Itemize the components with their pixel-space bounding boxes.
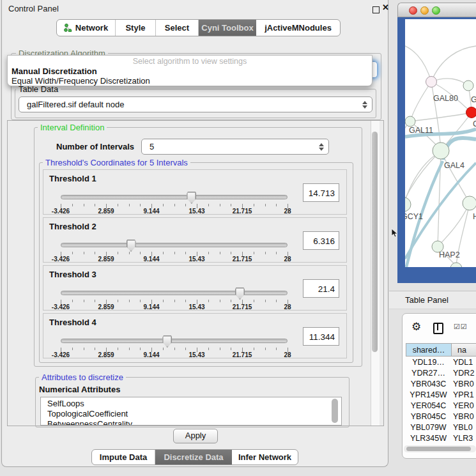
maximize-traffic-light[interactable] <box>432 6 440 15</box>
table-row[interactable]: YBL079WYBL0 <box>406 423 476 434</box>
cell-name[interactable]: YER0 <box>453 401 474 410</box>
minor-tick <box>129 252 130 254</box>
column-header-name[interactable]: na <box>451 343 476 357</box>
minor-tick <box>208 300 209 302</box>
attributes-list-scrollbar-thumb[interactable] <box>332 399 338 423</box>
threshold-2-slider-track[interactable] <box>61 243 288 247</box>
network-edge[interactable] <box>441 151 470 203</box>
node-gal4[interactable] <box>433 142 449 159</box>
threshold-3-slider-thumb[interactable] <box>235 288 245 300</box>
cell-shared-name[interactable]: YPR145W <box>406 390 451 399</box>
gear-icon[interactable]: ⚙ <box>411 320 421 334</box>
vertical-scrollbar-thumb[interactable] <box>372 132 378 352</box>
cell-name[interactable]: YDL1 <box>453 358 473 367</box>
network-window-titlebar[interactable] <box>397 3 476 17</box>
tick-label: -3.426 <box>52 256 70 263</box>
tab-style[interactable]: Style <box>116 20 156 36</box>
table-row[interactable]: YDL19…YDL1 <box>406 358 476 369</box>
node-top-right[interactable] <box>463 81 473 91</box>
cell-shared-name[interactable]: YDL19… <box>406 358 451 367</box>
tab-cyni-toolbox[interactable]: Cyni Toolbox <box>199 20 256 36</box>
apply-button[interactable]: Apply <box>173 429 218 443</box>
network-edge[interactable] <box>410 82 431 121</box>
num-intervals-select[interactable]: 5 <box>141 139 329 155</box>
cell-name[interactable]: YLR3 <box>453 434 473 443</box>
node-gal80[interactable] <box>426 77 437 88</box>
threshold-1-slider-track[interactable] <box>61 195 288 199</box>
float-window-icon[interactable] <box>372 6 380 13</box>
minor-tick <box>276 348 277 350</box>
window-title: Control Panel <box>8 4 59 13</box>
horizontal-scrollbar-thumb[interactable] <box>406 447 471 451</box>
table-data-select[interactable]: galFiltered.sif default node <box>19 96 372 112</box>
cell-shared-name[interactable]: YBL079W <box>406 423 451 432</box>
tick-label: 28 <box>284 351 291 358</box>
attributes-list[interactable]: SelfLoopsTopologicalCoefficientBetweenne… <box>40 397 342 426</box>
close-traffic-light[interactable] <box>409 6 417 15</box>
minor-tick <box>265 252 266 254</box>
minor-tick <box>118 300 118 302</box>
node-bottom[interactable] <box>450 263 462 267</box>
table-row[interactable]: YBR045CYBR0 <box>406 412 476 423</box>
node-red[interactable] <box>466 107 476 118</box>
threshold-4-slider-track[interactable] <box>61 339 288 343</box>
table-row[interactable]: YBR043CYBR0 <box>406 380 476 390</box>
dropdown-option-equal-width-frequency-discretization[interactable]: Equal Width/Frequency Discretization <box>8 76 372 86</box>
thresholds-group-label: Threshold's Coordinates for 5 Intervals <box>43 158 190 167</box>
close-icon[interactable]: ✕ <box>382 3 389 12</box>
cell-name[interactable]: YPR1 <box>453 390 474 399</box>
network-edge[interactable] <box>405 155 436 204</box>
network-canvas[interactable]: GAL80GACGAL11GAL4GCY1HHAP2 <box>405 19 476 267</box>
attribute-item-betweennesscentrality[interactable]: BetweennessCentrality <box>41 419 341 426</box>
threshold-4-value-field[interactable]: 11.344 <box>303 327 339 346</box>
cell-shared-name[interactable]: YDR27… <box>406 369 451 378</box>
select-columns-checkboxes-icon[interactable]: ☑☑ <box>454 323 468 331</box>
attribute-item-topologicalcoefficient[interactable]: TopologicalCoefficient <box>41 409 341 419</box>
minor-tick <box>84 300 84 302</box>
cell-name[interactable]: YBR0 <box>453 412 474 421</box>
threshold-2-slider-thumb[interactable] <box>127 240 136 252</box>
bottom-tab-impute-data[interactable]: Impute Data <box>92 450 155 464</box>
tick-label: 2.859 <box>98 208 114 215</box>
cell-shared-name[interactable]: YBR045C <box>406 412 451 421</box>
cell-shared-name[interactable]: YLR345W <box>406 434 451 443</box>
node-gal11[interactable] <box>405 116 415 127</box>
node-right[interactable] <box>463 196 476 210</box>
bottom-tab-infer-network[interactable]: Infer Network <box>232 450 298 464</box>
network-edge[interactable] <box>405 45 431 82</box>
bottom-tab-discretize-data[interactable]: Discretize Data <box>155 450 232 464</box>
table-row[interactable]: YLR345WYLR3 <box>406 434 476 445</box>
tab-network[interactable]: Network <box>57 20 116 36</box>
tick-label: -3.426 <box>52 351 70 358</box>
network-edge[interactable] <box>431 82 441 151</box>
threshold-3-slider-track[interactable] <box>61 291 288 295</box>
minor-tick <box>276 204 277 206</box>
minor-tick <box>129 204 130 206</box>
tab-jactivemnodules[interactable]: jActiveMNodules <box>256 20 340 36</box>
cell-name[interactable]: YDR2 <box>453 369 474 378</box>
cell-shared-name[interactable]: YER054C <box>406 401 451 410</box>
table-row[interactable]: YPR145WYPR1 <box>406 390 476 401</box>
minor-tick <box>72 348 73 350</box>
network-edge[interactable] <box>431 46 476 82</box>
table-row[interactable]: YER054CYER0 <box>406 401 476 412</box>
dropdown-option-manual-discretization[interactable]: Manual Discretization <box>8 66 372 76</box>
threshold-1-slider-thumb[interactable] <box>187 192 196 204</box>
network-edge[interactable] <box>410 112 472 121</box>
cell-name[interactable]: YBR0 <box>453 380 474 388</box>
tab-select[interactable]: Select <box>156 20 199 36</box>
cell-shared-name[interactable]: YBR043C <box>406 380 451 388</box>
cell-name[interactable]: YBL0 <box>453 423 473 432</box>
column-header-shared-name[interactable]: shared… <box>406 343 452 357</box>
threshold-1-value-field[interactable]: 14.713 <box>303 183 339 202</box>
node-gcy1[interactable] <box>405 197 411 211</box>
threshold-2-value-field[interactable]: 6.316 <box>303 231 339 250</box>
threshold-3-value-field[interactable]: 21.4 <box>303 279 339 298</box>
threshold-4-slider-thumb[interactable] <box>162 335 172 348</box>
threshold-4-box: Threshold 4-3.4262.8599.14415.4321.71528… <box>43 313 347 358</box>
minimize-traffic-light[interactable] <box>420 6 429 15</box>
attribute-item-selfloops[interactable]: SelfLoops <box>41 399 341 409</box>
table-row[interactable]: YDR27…YDR2 <box>406 369 476 380</box>
columns-icon[interactable] <box>433 323 443 334</box>
num-intervals-label: Number of Intervals <box>56 142 134 151</box>
